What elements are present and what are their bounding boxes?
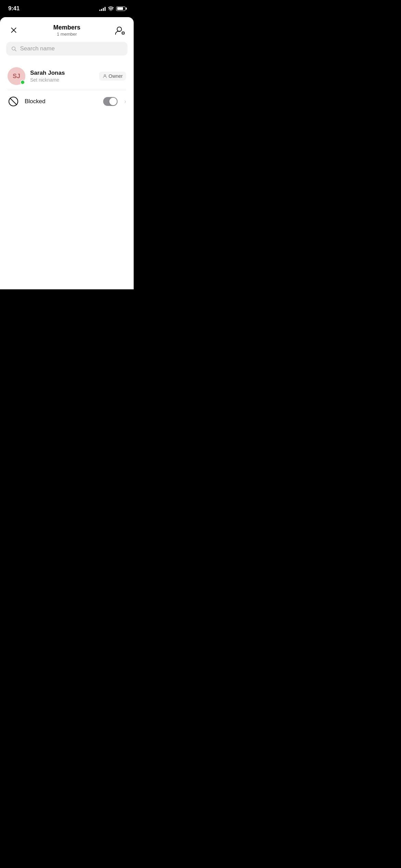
blocked-row[interactable]: Blocked › <box>0 90 134 113</box>
search-bar <box>6 42 127 56</box>
status-bar: 9:41 <box>0 0 134 17</box>
search-container <box>0 42 134 62</box>
online-indicator <box>20 80 25 85</box>
owner-icon <box>102 74 107 79</box>
member-row[interactable]: SJ Sarah Jonas Set nickname Owner <box>0 62 134 90</box>
close-button[interactable] <box>8 24 20 36</box>
avatar: SJ <box>8 67 25 85</box>
status-icons <box>99 7 125 11</box>
blocked-label: Blocked <box>25 98 98 105</box>
member-nickname: Set nickname <box>30 77 94 83</box>
member-name: Sarah Jonas <box>30 70 94 76</box>
signal-icon <box>99 7 106 11</box>
blocked-icon <box>8 96 19 107</box>
avatar-initials: SJ <box>13 73 20 80</box>
chevron-right-icon: › <box>124 98 126 105</box>
owner-badge: Owner <box>99 72 126 81</box>
svg-line-10 <box>10 98 17 105</box>
owner-label: Owner <box>109 73 123 79</box>
member-count: 1 member <box>53 32 80 37</box>
search-input[interactable] <box>20 45 123 52</box>
header-center: Members 1 member <box>53 24 80 37</box>
page-title: Members <box>53 24 80 31</box>
wifi-icon <box>108 7 114 11</box>
search-icon <box>11 46 17 52</box>
svg-line-7 <box>15 50 16 51</box>
svg-point-2 <box>117 27 122 32</box>
svg-point-8 <box>104 74 106 76</box>
blocked-toggle[interactable] <box>103 97 118 106</box>
sheet-header: Members 1 member <box>0 17 134 42</box>
battery-icon <box>116 7 125 11</box>
status-time: 9:41 <box>8 5 20 12</box>
members-sheet: Members 1 member SJ <box>0 17 134 289</box>
toggle-thumb <box>109 98 117 105</box>
add-member-button[interactable] <box>114 24 126 36</box>
member-info: Sarah Jonas Set nickname <box>30 70 94 83</box>
